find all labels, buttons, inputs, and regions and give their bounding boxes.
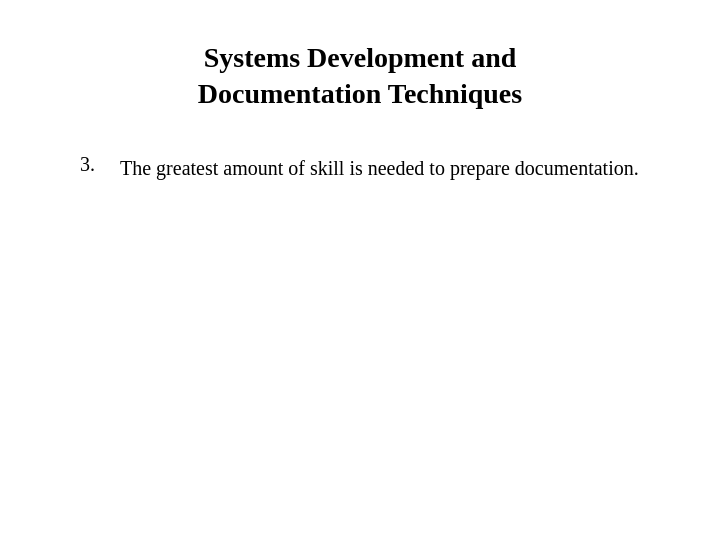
page-title: Systems Development and Documentation Te… — [198, 40, 522, 113]
list-item-text: The greatest amount of skill is needed t… — [120, 153, 639, 183]
page-container: Systems Development and Documentation Te… — [0, 0, 720, 540]
list-item: 3. The greatest amount of skill is neede… — [80, 153, 660, 183]
title-section: Systems Development and Documentation Te… — [198, 40, 522, 113]
title-line1: Systems Development and — [204, 42, 517, 73]
title-line2: Documentation Techniques — [198, 78, 522, 109]
list-number: 3. — [80, 153, 100, 176]
content-section: 3. The greatest amount of skill is neede… — [60, 153, 660, 183]
